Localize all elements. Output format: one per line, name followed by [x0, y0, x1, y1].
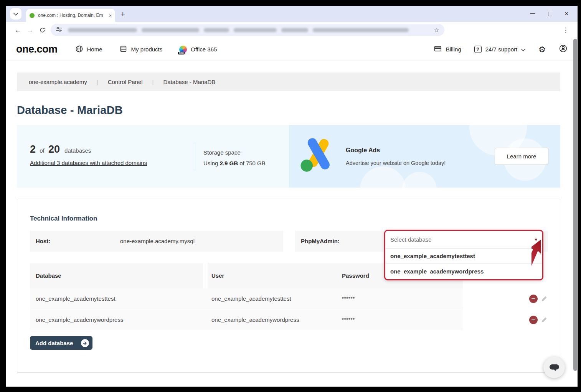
- databases-used: 2: [30, 143, 36, 155]
- window-controls: ×: [530, 11, 568, 17]
- office365-badge: M365: [178, 52, 185, 54]
- url-redacted: [68, 28, 430, 32]
- minimize-button[interactable]: [530, 13, 535, 14]
- nav-label: Office 365: [191, 46, 217, 53]
- browser-toolbar: ← → ☆ ⋮: [6, 22, 578, 38]
- learn-more-button[interactable]: Learn more: [495, 148, 548, 165]
- globe-icon: [75, 45, 83, 54]
- dropdown-caret-icon[interactable]: ▾: [535, 237, 537, 242]
- tab-title: one.com : Hosting, Domain, Em: [38, 13, 106, 18]
- host-row: Host: one-example.academy.mysql: [30, 231, 283, 252]
- billing-card-icon: [434, 44, 442, 54]
- cell-user: one_example_academytesttest: [211, 288, 291, 309]
- new-tab-button[interactable]: +: [120, 10, 125, 18]
- support-menu[interactable]: ? 24/7 support: [474, 46, 525, 53]
- tune-icon: [56, 26, 62, 34]
- table-row: one_example_academywordpress one_example…: [30, 310, 463, 330]
- cell-user: one_example_academywordpress: [211, 310, 299, 330]
- chat-bubble-icon: [549, 363, 560, 372]
- back-button[interactable]: ←: [12, 24, 24, 36]
- office365-icon: M365: [179, 46, 187, 53]
- cell-database: one_example_academytesttest: [36, 288, 116, 309]
- site-favicon: [30, 13, 35, 18]
- cell-password: ******: [342, 288, 355, 309]
- tab-search-button[interactable]: [10, 8, 21, 20]
- tab-strip: one.com : Hosting, Domain, Em × + ×: [6, 6, 578, 22]
- breadcrumb-item-current: Database - MariaDB: [163, 79, 215, 85]
- storage-usage: Using 2.9 GB of 750 GB: [203, 160, 266, 166]
- browser-window: one.com : Hosting, Domain, Em × + × ← →: [6, 6, 578, 387]
- minus-icon: [531, 320, 535, 321]
- scrollbar-thumb[interactable]: [573, 39, 577, 371]
- bookmark-star-icon[interactable]: ☆: [434, 26, 439, 34]
- one-com-logo[interactable]: one.com: [16, 43, 58, 55]
- reload-icon: [39, 27, 46, 33]
- breadcrumb-separator: |: [97, 79, 98, 85]
- breadcrumb-item-domain[interactable]: one-example.academy: [29, 79, 87, 85]
- dropdown-option-testtest[interactable]: one_example_academytesttest: [385, 249, 542, 264]
- breadcrumb: one-example.academy | Control Panel | Da…: [17, 72, 560, 91]
- edit-password-button[interactable]: [541, 316, 548, 323]
- maximize-button[interactable]: [548, 12, 552, 16]
- nav-item-home[interactable]: Home: [75, 45, 102, 54]
- chat-widget-button[interactable]: [543, 357, 565, 378]
- nav-label: Home: [87, 46, 102, 53]
- chevron-down-icon: [521, 46, 525, 53]
- billing-label: Billing: [446, 46, 461, 53]
- google-ads-subtitle: Advertise your website on Google today!: [346, 160, 446, 166]
- close-window-button[interactable]: ×: [565, 11, 568, 17]
- google-ads-icon: [300, 137, 337, 175]
- storage-used: 2.9 GB: [220, 160, 238, 166]
- add-database-button[interactable]: Add database: [30, 336, 92, 350]
- breadcrumb-item-control-panel[interactable]: Control Panel: [108, 79, 143, 85]
- delete-database-button[interactable]: [529, 316, 538, 324]
- databases-usage-panel: 2 of 20 databases Additional 3 databases…: [17, 125, 289, 188]
- storage-total: 750 GB: [246, 160, 266, 166]
- main-nav: Home My products M365 Office 365: [75, 45, 217, 54]
- databases-total: 20: [48, 143, 60, 155]
- browser-menu-button[interactable]: ⋮: [561, 26, 571, 34]
- delete-database-button[interactable]: [529, 295, 538, 303]
- reload-button[interactable]: [36, 24, 48, 36]
- dropdown-placeholder: Select database: [390, 236, 432, 243]
- address-bar[interactable]: ☆: [51, 24, 444, 36]
- browser-tab[interactable]: one.com : Hosting, Domain, Em ×: [26, 9, 115, 22]
- breadcrumb-separator: |: [152, 79, 154, 85]
- page-viewport: one.com Home My products: [6, 38, 578, 387]
- nav-item-office365[interactable]: M365 Office 365: [179, 46, 217, 53]
- page-content: one-example.academy | Control Panel | Da…: [17, 72, 560, 373]
- panel-divider: [195, 142, 195, 171]
- cell-database: one_example_academywordpress: [36, 310, 123, 330]
- settings-gear-icon[interactable]: ⚙: [538, 45, 546, 53]
- database-select-dropdown: Select database ▾ one_example_academytes…: [384, 230, 543, 280]
- screenshot-root: one.com : Hosting, Domain, Em × + × ← →: [0, 0, 581, 392]
- storage-title: Storage space: [203, 149, 241, 156]
- technical-info-card: Technical Information Host: one-example.…: [17, 199, 560, 373]
- table-row: one_example_academytesttest one_example_…: [30, 288, 463, 309]
- page-title: Database - MariaDB: [17, 104, 560, 117]
- forward-button[interactable]: →: [24, 24, 36, 36]
- google-ads-title: Google Ads: [346, 147, 380, 154]
- nav-item-my-products[interactable]: My products: [119, 45, 163, 54]
- chevron-down-icon: [13, 10, 18, 17]
- databases-count: 2 of 20 databases: [30, 143, 91, 155]
- host-value: one-example.academy.mysql: [120, 231, 195, 252]
- table-header-database: Database: [30, 263, 203, 288]
- arrow-right-icon: [81, 339, 89, 347]
- dropdown-option-wordpress[interactable]: one_example_academywordpress: [385, 264, 542, 279]
- nav-label: My products: [131, 46, 163, 53]
- host-label: Host:: [36, 231, 50, 252]
- minus-icon: [531, 298, 535, 300]
- technical-heading: Technical Information: [30, 215, 97, 222]
- account-avatar-icon[interactable]: [559, 44, 568, 54]
- billing-link[interactable]: Billing: [434, 44, 461, 54]
- cell-password: ******: [342, 310, 355, 330]
- site-header: one.com Home My products: [6, 38, 578, 61]
- phpmyadmin-label: PhpMyAdmin:: [301, 231, 340, 252]
- additional-databases-link[interactable]: Additional 3 databases with attached dom…: [30, 160, 147, 166]
- header-right: Billing ? 24/7 support ⚙: [434, 44, 568, 54]
- dropdown-toggle[interactable]: Select database ▾: [385, 231, 542, 249]
- products-icon: [119, 45, 127, 54]
- tab-close-icon[interactable]: ×: [109, 13, 112, 18]
- edit-password-button[interactable]: [541, 295, 548, 302]
